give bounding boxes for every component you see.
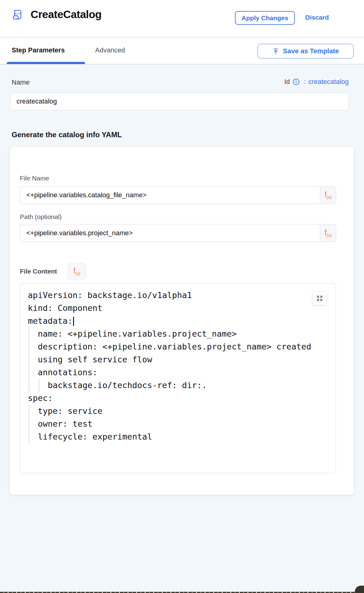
- file-name-label: File Name: [20, 175, 49, 182]
- code-line: metadata:: [28, 315, 330, 327]
- section-heading: Generate the catalog info YAML: [12, 130, 122, 139]
- tab-bar: Step Parameters Advanced Save as Templat…: [0, 37, 364, 64]
- fx-icon: f(x): [325, 191, 332, 199]
- file-name-row: f(x): [20, 186, 336, 204]
- text-cursor: [73, 317, 74, 326]
- code-line: owner: test: [28, 417, 330, 430]
- fx-icon: f(x): [73, 267, 80, 276]
- file-content-fx-button[interactable]: f(x): [68, 263, 86, 279]
- name-input[interactable]: [10, 93, 349, 110]
- path-row: f(x): [20, 224, 336, 242]
- file-content-label: File Content: [20, 268, 57, 275]
- id-separator: :: [304, 78, 306, 86]
- id-label: Id: [284, 78, 290, 86]
- panel-header: </> CreateCatalog Apply Changes Discard: [0, 0, 364, 37]
- file-content-label-row: File Content f(x): [20, 263, 86, 279]
- script-step-icon: </>: [11, 9, 23, 22]
- code-line: backstage.io/techdocs-ref: dir:.: [28, 379, 330, 392]
- expand-icon[interactable]: [313, 291, 326, 305]
- name-field-label: Name: [12, 78, 30, 86]
- step-id-row: Id : createcatalog: [284, 78, 349, 86]
- code-lines: apiVersion: backstage.io/v1alpha1kind: C…: [20, 284, 336, 443]
- code-line: apiVersion: backstage.io/v1alpha1: [28, 289, 330, 302]
- path-fx-button[interactable]: f(x): [320, 224, 336, 242]
- code-line: description: <+pipeline.variables.projec…: [28, 340, 330, 353]
- code-line: using self service flow: [28, 353, 330, 366]
- file-name-input[interactable]: [20, 186, 320, 204]
- tab-step-parameters[interactable]: Step Parameters: [12, 46, 65, 54]
- upload-icon: [272, 48, 279, 55]
- code-line: type: service: [28, 405, 330, 417]
- code-line: spec:: [28, 392, 330, 405]
- step-id-value[interactable]: createcatalog: [308, 78, 349, 86]
- file-content-editor[interactable]: apiVersion: backstage.io/v1alpha1kind: C…: [20, 283, 336, 473]
- info-icon[interactable]: [292, 78, 300, 85]
- code-line: kind: Component: [28, 302, 330, 315]
- fx-icon: f(x): [325, 229, 332, 237]
- step-parameters-content: Name Id : createcatalog Generate the cat…: [0, 64, 364, 593]
- save-as-template-label: Save as Template: [283, 47, 339, 55]
- svg-text:</>: </>: [15, 11, 21, 16]
- path-label: Path (optional): [20, 213, 62, 221]
- discard-button[interactable]: Discard: [305, 14, 329, 21]
- tab-advanced[interactable]: Advanced: [95, 46, 125, 54]
- step-config-panel: </> CreateCatalog Apply Changes Discard …: [0, 0, 364, 593]
- file-name-fx-button[interactable]: f(x): [320, 186, 336, 204]
- catalog-form-card: File Name f(x) Path (optional) f(x) File…: [10, 147, 354, 495]
- active-tab-indicator: [7, 62, 85, 64]
- code-line: name: <+pipeline.variables.project_name>: [28, 327, 330, 340]
- page-title: CreateCatalog: [31, 8, 102, 21]
- code-line: lifecycle: experimental: [28, 430, 330, 443]
- path-input[interactable]: [20, 224, 320, 242]
- save-as-template-button[interactable]: Save as Template: [258, 44, 354, 59]
- code-line: annotations:: [28, 366, 330, 379]
- apply-changes-button[interactable]: Apply Changes: [235, 11, 295, 25]
- bottom-edge-artifact: [0, 592, 364, 593]
